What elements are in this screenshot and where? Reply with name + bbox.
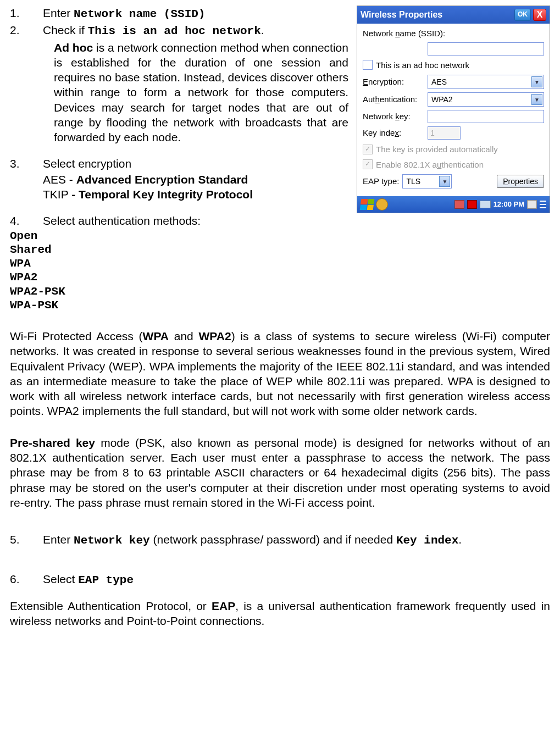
encryption-tkip: TKIP - Temporal Key Integrity Protocol <box>43 187 348 202</box>
step-6: 6. Select EAP type <box>10 572 550 587</box>
authentication-select[interactable]: WPA2▼ <box>428 92 544 107</box>
chevron-down-icon: ▼ <box>439 176 450 187</box>
step-2: 2. Check if This is an ad hoc network. <box>10 23 348 38</box>
encryption-select[interactable]: AES▼ <box>428 75 544 89</box>
step-5: 5. Enter Network key (network passphrase… <box>10 532 550 548</box>
enable-8021x-checkbox: ✓ <box>363 159 373 169</box>
eap-type-select[interactable]: TLS▼ <box>402 174 452 188</box>
network-key-label: Network key: <box>363 111 428 122</box>
auth-methods-list: Open Shared WPA WPA2 WPA2-PSK WPA-PSK <box>10 229 348 312</box>
dialog-titlebar: Wireless Properties OK X <box>357 6 550 24</box>
step-1: 1. Enter Network name (SSID) <box>10 5 348 21</box>
enable-8021x-checkbox-row: ✓ Enable 802.1X authentication <box>363 159 544 170</box>
wpa-paragraph: Wi-Fi Protected Access (WPA and WPA2) is… <box>10 329 550 419</box>
tray-icon[interactable] <box>454 200 464 209</box>
taskbar-app-icon[interactable] <box>376 198 388 210</box>
adhoc-checkbox-row[interactable]: This is an ad hoc network <box>363 60 544 71</box>
taskbar: 12:00 PM <box>357 196 550 213</box>
step-3: 3. Select encryption <box>10 156 348 171</box>
key-index-input <box>428 126 461 140</box>
dialog-title: Wireless Properties <box>361 9 442 21</box>
authentication-label: Authentication: <box>363 94 428 105</box>
psk-paragraph: Pre-shared key mode (PSK, also known as … <box>10 435 550 510</box>
eap-paragraph: Extensible Authentication Protocol, or E… <box>10 598 550 629</box>
start-button-icon[interactable] <box>360 199 375 210</box>
encryption-label: Encryption: <box>363 76 428 87</box>
network-key-input[interactable] <box>428 110 544 123</box>
key-index-label: Key index: <box>363 127 428 138</box>
auto-key-checkbox: ✓ <box>363 145 373 154</box>
chevron-down-icon: ▼ <box>531 94 542 105</box>
encryption-aes: AES - Advanced Encryption Standard <box>43 172 348 187</box>
adhoc-checkbox[interactable] <box>363 60 373 70</box>
close-button[interactable]: X <box>533 9 546 21</box>
ssid-input[interactable] <box>428 42 544 56</box>
ssid-label: Network name (SSID): <box>363 28 544 39</box>
eap-type-label: EAP type: <box>363 176 399 187</box>
step-4: 4. Select authentication methods: <box>10 213 348 228</box>
ok-button[interactable]: OK <box>514 9 531 21</box>
chevron-down-icon: ▼ <box>531 76 542 87</box>
clock: 12:00 PM <box>494 200 524 209</box>
sip-icon[interactable] <box>527 200 537 209</box>
adhoc-description: Ad hoc is a network connection method wh… <box>54 40 348 145</box>
wireless-properties-dialog: Wireless Properties OK X Network name (S… <box>357 5 550 213</box>
properties-button[interactable]: Properties <box>497 175 544 188</box>
tray-expand-icon[interactable] <box>540 201 546 208</box>
battery-icon[interactable] <box>480 201 491 208</box>
tray-icon[interactable] <box>467 200 477 209</box>
auto-key-checkbox-row: ✓ The key is provided automatically <box>363 144 544 155</box>
system-tray: 12:00 PM <box>454 200 546 209</box>
